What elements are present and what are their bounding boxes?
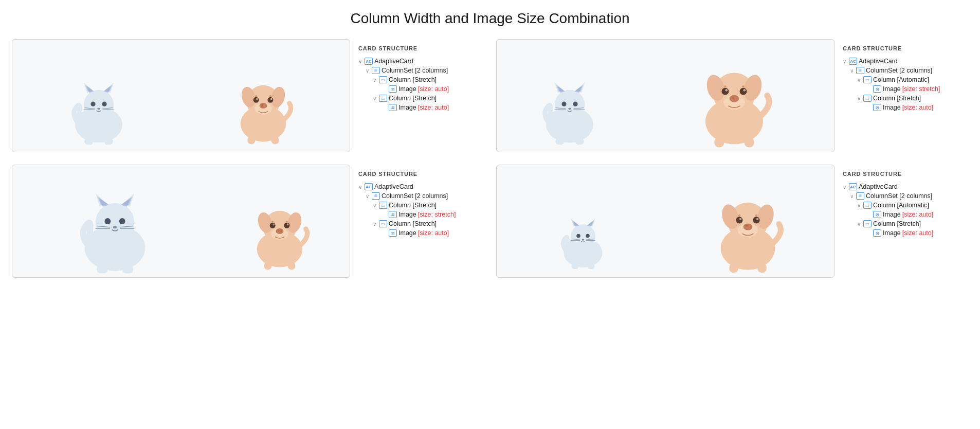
svg-rect-95	[287, 262, 295, 270]
tree-label: AdaptiveCard	[859, 183, 898, 190]
tree-label: Image	[883, 104, 901, 111]
panel-1: CARD STRUCTURE ∨ AC AdaptiveCard ∨ ⊞ Col…	[12, 39, 484, 152]
svg-point-97	[571, 224, 595, 249]
page-title: Column Width and Image Size Combination	[10, 10, 970, 27]
svg-point-104	[576, 234, 580, 238]
dog-container	[666, 187, 829, 272]
dog-container	[182, 69, 344, 147]
tree-label: ColumnSet [2 columns]	[866, 67, 932, 74]
dog-container	[639, 57, 829, 147]
svg-point-8	[90, 102, 95, 106]
svg-point-73	[119, 218, 125, 224]
structure-panel: CARD STRUCTURE ∨ AC AdaptiveCard ∨ ⊞ Col…	[834, 39, 968, 152]
svg-point-40	[561, 102, 566, 106]
structure-panel: CARD STRUCTURE ∨ AC AdaptiveCard ∨ ⊞ Col…	[350, 39, 484, 152]
svg-point-27	[270, 98, 273, 100]
cat-container	[17, 75, 180, 147]
structure-panel: CARD STRUCTURE ∨ AC AdaptiveCard ∨ ⊞ Col…	[834, 165, 968, 278]
tree-row: ∨ ▭ Column [Automatic]	[843, 202, 960, 209]
svg-point-72	[105, 218, 111, 224]
svg-point-41	[573, 102, 577, 106]
svg-point-26	[256, 98, 258, 100]
svg-point-29	[269, 95, 271, 97]
svg-point-90	[273, 224, 275, 226]
card-preview	[12, 165, 350, 278]
svg-rect-127	[757, 264, 767, 273]
tree-label: Image	[883, 211, 901, 218]
tree-label: Image	[398, 211, 416, 218]
animals	[17, 45, 344, 147]
dog-container	[214, 195, 344, 272]
svg-rect-94	[264, 262, 271, 270]
tree-label: AdaptiveCard	[374, 183, 413, 190]
svg-rect-112	[588, 264, 595, 270]
svg-rect-126	[729, 264, 738, 273]
svg-rect-15	[85, 138, 94, 145]
svg-point-33	[554, 90, 585, 120]
tree-row: ⊠ Image [size: stretch]	[843, 85, 960, 93]
tree-label: Column [Automatic]	[873, 76, 929, 83]
svg-rect-62	[714, 138, 724, 148]
tree-row: ∨ AC AdaptiveCard	[358, 58, 476, 65]
svg-point-9	[102, 102, 106, 106]
tree-row: ∨ ▭ Column [Stretch]	[358, 76, 476, 83]
tree-row: ⊠ Image [size: auto]	[358, 104, 476, 111]
card-preview	[12, 39, 350, 152]
svg-point-119	[746, 225, 748, 227]
svg-point-92	[271, 221, 274, 223]
svg-rect-79	[97, 265, 107, 274]
svg-point-54	[729, 95, 739, 102]
svg-point-86	[276, 228, 283, 234]
tree-row: ∨ ⊞ ColumnSet [2 columns]	[358, 67, 476, 74]
tree-row: ∨ ▭ Column [Stretch]	[358, 220, 476, 227]
svg-rect-31	[271, 136, 279, 144]
svg-point-56	[721, 88, 729, 95]
tree-row: ∨ ▭ Column [Stretch]	[843, 220, 960, 227]
tree-label: Column [Stretch]	[389, 220, 437, 227]
tree-row: ⊠ Image [size: auto]	[843, 229, 960, 237]
svg-point-74	[113, 226, 117, 228]
animals	[17, 170, 344, 272]
tree-row: ∨ AC AdaptiveCard	[843, 58, 960, 65]
svg-rect-111	[572, 264, 579, 270]
tree-label: Column [Stretch]	[389, 202, 437, 209]
svg-point-106	[582, 239, 585, 241]
svg-point-88	[269, 223, 275, 228]
svg-point-57	[739, 88, 747, 95]
tree-label: AdaptiveCard	[859, 58, 898, 65]
svg-point-105	[586, 234, 590, 238]
svg-point-22	[260, 103, 267, 109]
svg-point-125	[755, 214, 757, 217]
svg-rect-48	[575, 138, 584, 145]
structure-title: CARD STRUCTURE	[843, 45, 960, 51]
svg-point-42	[568, 108, 571, 110]
svg-point-24	[253, 97, 259, 103]
svg-point-123	[756, 218, 758, 220]
tree-label: Image	[883, 85, 901, 93]
svg-point-87	[278, 230, 280, 232]
tree-label: ColumnSet [2 columns]	[866, 192, 932, 200]
tree-row: ⊠ Image [size: auto]	[843, 211, 960, 218]
tree-row: ∨ ▭ Column [Stretch]	[358, 202, 476, 209]
card-preview	[496, 39, 834, 152]
svg-rect-30	[248, 136, 256, 144]
svg-point-23	[261, 104, 263, 106]
cat-container	[17, 187, 212, 272]
svg-point-93	[286, 221, 288, 223]
svg-point-91	[286, 224, 288, 226]
panel-2: CARD STRUCTURE ∨ AC AdaptiveCard ∨ ⊞ Col…	[496, 39, 968, 152]
tree-row: ∨ ⊞ ColumnSet [2 columns]	[843, 192, 960, 200]
svg-point-58	[725, 89, 728, 92]
tree-row: ⊠ Image [size: stretch]	[358, 211, 476, 218]
svg-point-10	[97, 108, 100, 110]
svg-point-28	[255, 95, 257, 97]
svg-point-121	[753, 217, 759, 223]
svg-point-65	[96, 203, 134, 242]
tree-label: Column [Stretch]	[873, 95, 921, 102]
structure-title: CARD STRUCTURE	[358, 45, 476, 51]
panel-4: CARD STRUCTURE ∨ AC AdaptiveCard ∨ ⊞ Col…	[496, 165, 968, 278]
tree-row: ⊠ Image [size: auto]	[358, 229, 476, 237]
svg-point-1	[84, 90, 114, 120]
svg-point-25	[267, 97, 273, 103]
main-grid: CARD STRUCTURE ∨ AC AdaptiveCard ∨ ⊞ Col…	[12, 39, 968, 278]
